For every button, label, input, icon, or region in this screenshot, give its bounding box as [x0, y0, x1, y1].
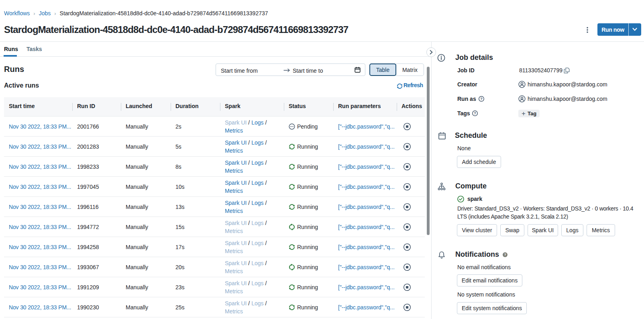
svg-text:?: ? [504, 253, 506, 257]
svg-text:?: ? [480, 96, 483, 101]
svg-text:?: ? [474, 111, 476, 115]
